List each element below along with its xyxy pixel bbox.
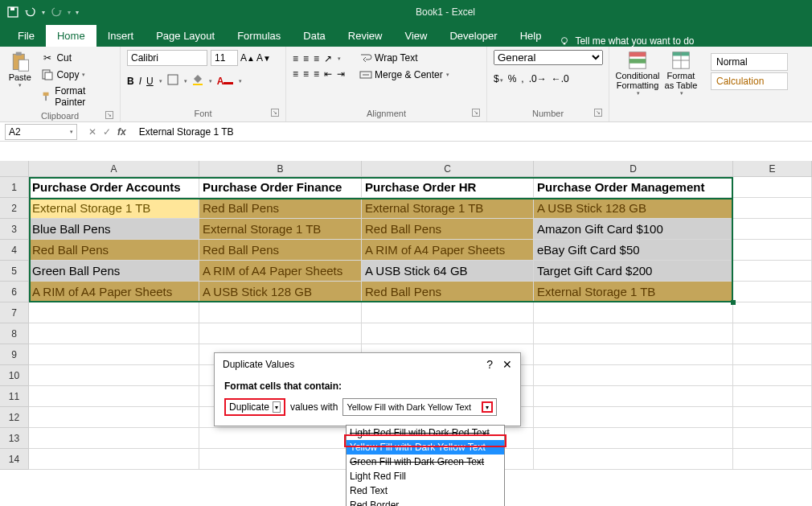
cell-D12[interactable] bbox=[534, 407, 733, 428]
cell-B5[interactable]: A RIM of A4 Paper Sheets bbox=[199, 261, 362, 282]
cut-button[interactable]: ✂Cut bbox=[38, 50, 113, 66]
row-header-3[interactable]: 3 bbox=[0, 219, 29, 240]
cell-D3[interactable]: Amazon Gift Card $100 bbox=[534, 219, 733, 240]
cell-D1[interactable]: Purchase Order Management bbox=[534, 177, 733, 198]
format-style-select[interactable]: Yellow Fill with Dark Yellow Text ▾ bbox=[342, 398, 497, 416]
tab-developer[interactable]: Developer bbox=[438, 25, 508, 47]
cell-D7[interactable] bbox=[534, 302, 733, 323]
comma-icon[interactable]: , bbox=[521, 73, 523, 84]
cell-D4[interactable]: eBay Gift Card $50 bbox=[534, 240, 733, 261]
tab-formulas[interactable]: Formulas bbox=[226, 25, 292, 47]
tab-file[interactable]: File bbox=[6, 25, 46, 47]
cell-D13[interactable] bbox=[534, 428, 733, 449]
cell-A10[interactable] bbox=[29, 365, 199, 386]
orientation-icon[interactable]: ↗ bbox=[324, 53, 332, 64]
cell-E8[interactable] bbox=[733, 323, 812, 344]
percent-icon[interactable]: % bbox=[508, 73, 517, 84]
cell-A9[interactable] bbox=[29, 344, 199, 365]
cell-C4[interactable]: A RIM of A4 Paper Sheets bbox=[362, 240, 534, 261]
row-header-12[interactable]: 12 bbox=[0, 407, 29, 428]
row-header-10[interactable]: 10 bbox=[0, 365, 29, 386]
cell-D11[interactable] bbox=[534, 386, 733, 407]
duplicate-type-select[interactable]: Duplicate▾ bbox=[224, 398, 285, 416]
cell-B8[interactable] bbox=[199, 323, 362, 344]
style-calculation[interactable]: Calculation bbox=[711, 72, 788, 90]
decrease-decimal-icon[interactable]: ←.0 bbox=[552, 73, 569, 84]
cell-A14[interactable] bbox=[29, 449, 199, 470]
cell-E14[interactable] bbox=[733, 449, 812, 470]
cell-A4[interactable]: Red Ball Pens bbox=[29, 240, 199, 261]
cell-A3[interactable]: Blue Ball Pens bbox=[29, 219, 199, 240]
redo-icon[interactable] bbox=[50, 6, 63, 19]
paste-button[interactable]: Paste▾ bbox=[6, 50, 33, 88]
cell-A7[interactable] bbox=[29, 302, 199, 323]
font-color-button[interactable]: A bbox=[217, 76, 234, 87]
cell-A5[interactable]: Green Ball Pens bbox=[29, 261, 199, 282]
cell-E6[interactable] bbox=[733, 282, 812, 302]
cell-A1[interactable]: Purchase Order Accounts bbox=[29, 177, 199, 198]
underline-button[interactable]: U bbox=[146, 76, 154, 87]
cell-B13[interactable] bbox=[199, 428, 362, 449]
cell-B14[interactable] bbox=[199, 449, 362, 470]
dialog-help-icon[interactable]: ? bbox=[486, 358, 493, 371]
format-painter-button[interactable]: Format Painter bbox=[38, 84, 113, 109]
row-header-1[interactable]: 1 bbox=[0, 177, 29, 198]
fx-icon[interactable]: fx bbox=[117, 126, 126, 138]
format-option-3[interactable]: Light Red Fill bbox=[347, 469, 504, 483]
cell-A2[interactable]: External Storage 1 TB bbox=[29, 198, 199, 219]
clipboard-dialog-launcher[interactable]: ↘ bbox=[105, 111, 113, 119]
cell-D8[interactable] bbox=[534, 323, 733, 344]
cell-D10[interactable] bbox=[534, 365, 733, 386]
cell-B6[interactable]: A USB Stick 128 GB bbox=[199, 282, 362, 302]
cell-D6[interactable]: External Storage 1 TB bbox=[534, 282, 733, 302]
copy-button[interactable]: Copy▾ bbox=[38, 67, 113, 83]
format-option-2[interactable]: Green Fill with Dark Green Text bbox=[347, 455, 504, 469]
border-button[interactable] bbox=[167, 74, 178, 88]
cell-C6[interactable]: Red Ball Pens bbox=[362, 282, 534, 302]
cell-B7[interactable] bbox=[199, 302, 362, 323]
number-format-select[interactable]: General bbox=[494, 50, 603, 65]
row-header-4[interactable]: 4 bbox=[0, 240, 29, 261]
qat-customize-icon[interactable]: ▾ bbox=[76, 9, 79, 16]
cell-A8[interactable] bbox=[29, 323, 199, 344]
italic-button[interactable]: I bbox=[139, 76, 141, 87]
selection-handle[interactable] bbox=[731, 300, 736, 305]
tab-data[interactable]: Data bbox=[292, 25, 336, 47]
format-option-5[interactable]: Red Border bbox=[347, 498, 504, 506]
cell-E10[interactable] bbox=[733, 365, 812, 386]
bold-button[interactable]: B bbox=[127, 76, 134, 87]
cell-A13[interactable] bbox=[29, 428, 199, 449]
row-header-9[interactable]: 9 bbox=[0, 344, 29, 365]
align-bottom-icon[interactable]: ≡ bbox=[314, 53, 319, 64]
increase-indent-icon[interactable]: ⇥ bbox=[337, 68, 345, 80]
tell-me-search[interactable]: Tell me what you want to do bbox=[552, 35, 700, 47]
currency-icon[interactable]: $▾ bbox=[494, 73, 503, 84]
cell-B3[interactable]: External Storage 1 TB bbox=[199, 219, 362, 240]
col-header-A[interactable]: A bbox=[29, 161, 199, 177]
cell-E5[interactable] bbox=[733, 261, 812, 282]
align-right-icon[interactable]: ≡ bbox=[314, 68, 319, 80]
tab-view[interactable]: View bbox=[393, 25, 438, 47]
number-dialog-launcher[interactable]: ↘ bbox=[594, 109, 602, 117]
cell-E12[interactable] bbox=[733, 407, 812, 428]
cell-C2[interactable]: External Storage 1 TB bbox=[362, 198, 534, 219]
cell-B4[interactable]: Red Ball Pens bbox=[199, 240, 362, 261]
row-header-14[interactable]: 14 bbox=[0, 449, 29, 470]
format-as-table-button[interactable]: Format as Table▾ bbox=[664, 50, 698, 97]
cell-C8[interactable] bbox=[362, 323, 534, 344]
save-icon[interactable] bbox=[6, 6, 19, 19]
font-dialog-launcher[interactable]: ↘ bbox=[271, 109, 279, 117]
formula-input[interactable]: External Storage 1 TB bbox=[133, 126, 812, 138]
increase-decimal-icon[interactable]: .0→ bbox=[529, 73, 547, 84]
row-header-11[interactable]: 11 bbox=[0, 386, 29, 407]
chevron-down-icon[interactable]: ▾ bbox=[482, 401, 493, 413]
row-header-7[interactable]: 7 bbox=[0, 302, 29, 323]
col-header-C[interactable]: C bbox=[362, 161, 534, 177]
alignment-dialog-launcher[interactable]: ↘ bbox=[472, 109, 480, 117]
cell-E11[interactable] bbox=[733, 386, 812, 407]
font-size-input[interactable] bbox=[211, 50, 238, 66]
cell-E1[interactable] bbox=[733, 177, 812, 198]
cell-E7[interactable] bbox=[733, 302, 812, 323]
tab-page-layout[interactable]: Page Layout bbox=[145, 25, 226, 47]
conditional-formatting-button[interactable]: Conditional Formatting▾ bbox=[616, 50, 659, 97]
